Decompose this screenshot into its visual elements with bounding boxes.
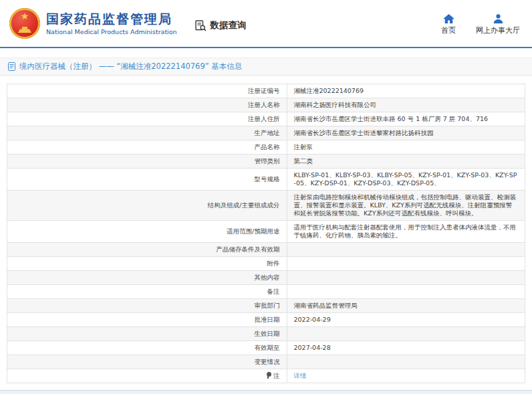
table-row: 变更情况 — [7, 355, 525, 369]
header: 国家药品监督管理局 National Medical Products Admi… — [0, 0, 532, 48]
row-label: 产品名称 — [255, 143, 280, 151]
national-emblem-icon — [9, 8, 40, 39]
user-icon — [493, 14, 503, 23]
row-value — [287, 243, 525, 257]
agency-name-en: National Medical Products Administration — [46, 27, 177, 36]
table-row: 备注 — [7, 285, 525, 299]
row-value — [287, 271, 525, 285]
row-value: KLBY-SP-01、KLBY-SP-03、KLBY-SP-05、KZY-SP-… — [287, 169, 525, 191]
row-value: 2027-04-28 — [287, 341, 525, 355]
row-value: 湖南科之扬医疗科技有限公司 — [287, 98, 525, 112]
nav-service-hall-label: 网上办事大厅 — [476, 25, 520, 35]
footer-strip — [0, 390, 532, 394]
data-query-label: 数据查询 — [211, 19, 247, 31]
agency-name-cn: 国家药品监督管理局 — [46, 11, 177, 27]
agency-logo[interactable]: 国家药品监督管理局 National Medical Products Admi… — [9, 8, 177, 39]
table-row: 其他内容 — [7, 271, 525, 285]
document-icon — [8, 62, 15, 71]
table-row: 适用范围/预期用途 适用于医疗机构与配套注射器配套使用，用于控制注入患者体内液体… — [7, 221, 525, 243]
row-value: 详情 — [287, 369, 525, 383]
table-row: 结构及组成/主要组成成分 注射泵由电路控制模块和机械传动模块组成，包括控制电路、… — [7, 191, 525, 221]
breadcrumb: 境内医疗器械（注册） —— “湘械注准20222140769” 基本信息 — [0, 58, 532, 76]
row-label: 型号规格 — [255, 175, 280, 183]
row-label: 附件 — [267, 260, 280, 267]
note-icon — [267, 372, 271, 379]
table-row: 产品名称 注射泵 — [7, 140, 525, 155]
info-table: 注册证编号 湘械注准20222140769 注册人名称 湖南科之扬医疗科技有限公… — [7, 84, 525, 383]
row-value: 湖南省长沙市岳麓区学士街道联丰路 60 号 1 栋厂房 7 层 704、716 — [287, 112, 525, 126]
row-label: 备注 — [267, 288, 280, 295]
row-label: 注册证编号 — [248, 87, 280, 94]
nav-home-label: 首页 — [441, 25, 456, 35]
table-row: 产品储存条件及有效期 — [7, 243, 525, 257]
info-table-body: 注册证编号 湘械注准20222140769 注册人名称 湖南科之扬医疗科技有限公… — [7, 84, 525, 383]
table-row: 生效日期 — [7, 327, 525, 341]
row-value: 注射泵 — [287, 140, 525, 155]
row-label: 生产地址 — [255, 129, 280, 136]
table-row: 注 详情 — [7, 369, 525, 383]
header-nav: 首页 网上办事大厅 — [441, 14, 520, 35]
table-row: 附件 — [7, 257, 525, 271]
row-value: 第二类 — [287, 155, 525, 169]
row-value: 湖南省药品监督管理局 — [287, 299, 525, 313]
agency-titles: 国家药品监督管理局 National Medical Products Admi… — [46, 11, 177, 36]
table-row: 审批部门 湖南省药品监督管理局 — [7, 299, 525, 313]
detail-link[interactable]: 详情 — [294, 372, 307, 379]
row-label: 适用范围/预期用途 — [227, 227, 279, 235]
row-value: 2022-04-29 — [287, 313, 525, 327]
row-label: 结构及组成/主要组成成分 — [208, 201, 280, 209]
nav-home[interactable]: 首页 — [441, 14, 456, 35]
row-value: 湘械注准20222140769 — [287, 84, 525, 98]
table-row: 批准日期 2022-04-29 — [7, 313, 525, 327]
table-row: 型号规格 KLBY-SP-01、KLBY-SP-03、KLBY-SP-05、KZ… — [7, 169, 525, 191]
row-value — [287, 327, 525, 341]
table-row: 注册人名称 湖南科之扬医疗科技有限公司 — [7, 98, 525, 112]
registration-info: 注册证编号 湘械注准20222140769 注册人名称 湖南科之扬医疗科技有限公… — [7, 84, 525, 383]
nav-service-hall[interactable]: 网上办事大厅 — [476, 14, 520, 35]
row-value: 湖南省长沙市岳麓区学士街道黎家村路比扬科技园 — [287, 126, 525, 140]
data-query-tab[interactable]: 数据查询 — [194, 19, 247, 32]
row-value: 适用于医疗机构与配套注射器配套使用，用于控制注入患者体内液体流量，不用于镇痛药、… — [287, 221, 525, 243]
row-value: 注射泵由电路控制模块和机械传动模块组成，包括控制电路、驱动装置、检测装置、报警装… — [287, 191, 525, 221]
row-label: 产品储存条件及有效期 — [217, 245, 280, 253]
row-label: 生效日期 — [255, 330, 280, 337]
table-row: 生产地址 湖南省长沙市岳麓区学士街道黎家村路比扬科技园 — [7, 126, 525, 140]
table-row: 注册证编号 湘械注准20222140769 — [7, 84, 525, 98]
row-label: 有效期至 — [255, 344, 280, 351]
row-label: 审批部门 — [255, 302, 280, 309]
row-label: 管理类别 — [255, 157, 280, 165]
row-value — [287, 355, 525, 369]
row-label: 批准日期 — [255, 316, 280, 323]
row-label: 注 — [273, 372, 280, 379]
spacer — [0, 48, 532, 58]
page: 国家药品监督管理局 National Medical Products Admi… — [0, 0, 532, 394]
home-icon — [443, 14, 454, 23]
table-row: 管理类别 第二类 — [7, 155, 525, 169]
row-value — [287, 285, 525, 299]
row-label: 注册人名称 — [248, 101, 280, 108]
row-label: 其他内容 — [255, 274, 280, 281]
breadcrumb-text: 境内医疗器械（注册） —— “湘械注准20222140769” 基本信息 — [19, 62, 242, 72]
row-value — [287, 257, 525, 271]
table-row: 注册人住所 湖南省长沙市岳麓区学士街道联丰路 60 号 1 栋厂房 7 层 70… — [7, 112, 525, 126]
row-label: 变更情况 — [255, 358, 280, 365]
data-query-icon — [194, 19, 207, 32]
table-row: 有效期至 2027-04-28 — [7, 341, 525, 355]
row-label: 注册人住所 — [248, 115, 280, 122]
